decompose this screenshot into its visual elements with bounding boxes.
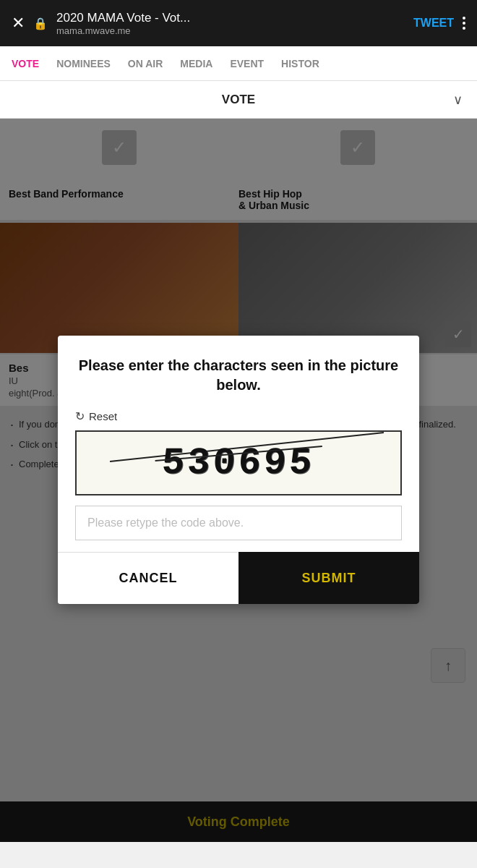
modal-overlay: Please enter the characters seen in the … <box>0 119 477 842</box>
nav-bar: VOTE NOMINEES ON AIR MEDIA EVENT HISTOR <box>0 46 477 81</box>
modal-body: Please enter the characters seen in the … <box>58 336 419 540</box>
captcha-modal: Please enter the characters seen in the … <box>58 336 419 604</box>
page-url: mama.mwave.me <box>56 25 405 36</box>
reset-icon: ↻ <box>75 409 85 423</box>
browser-bar: ✕ 🔒 2020 MAMA Vote - Vot... mama.mwave.m… <box>0 0 477 46</box>
tweet-button[interactable]: TWEET <box>413 17 454 30</box>
cancel-button[interactable]: CANCEL <box>58 552 239 604</box>
nav-item-history[interactable]: HISTOR <box>281 58 319 69</box>
submit-button[interactable]: SUBMIT <box>239 552 419 604</box>
more-button[interactable] <box>463 17 465 30</box>
page-title: 2020 MAMA Vote - Vot... <box>56 11 273 25</box>
vote-section-title: VOTE <box>222 93 255 107</box>
lock-icon: 🔒 <box>33 17 48 30</box>
nav-item-nominees[interactable]: NOMINEES <box>56 58 111 69</box>
title-block: 2020 MAMA Vote - Vot... mama.mwave.me <box>56 11 405 36</box>
reset-row[interactable]: ↻ Reset <box>75 409 402 423</box>
nav-item-media[interactable]: MEDIA <box>180 58 212 69</box>
captcha-value: 530695 <box>161 442 316 485</box>
captcha-image: 530695 <box>75 430 402 495</box>
chevron-down-icon: ∨ <box>453 92 463 108</box>
nav-item-on-air[interactable]: ON AIR <box>128 58 163 69</box>
modal-title: Please enter the characters seen in the … <box>75 356 402 395</box>
vote-section-header[interactable]: VOTE ∨ <box>0 81 477 119</box>
modal-buttons: CANCEL SUBMIT <box>58 552 419 604</box>
close-button[interactable]: ✕ <box>12 14 25 33</box>
reset-label: Reset <box>89 410 117 422</box>
captcha-input[interactable] <box>75 506 402 540</box>
main-content: ✓ ✓ Best Band Performance Best Hip Hop &… <box>0 119 477 842</box>
nav-item-vote[interactable]: VOTE <box>12 58 39 69</box>
nav-item-event[interactable]: EVENT <box>230 58 264 69</box>
